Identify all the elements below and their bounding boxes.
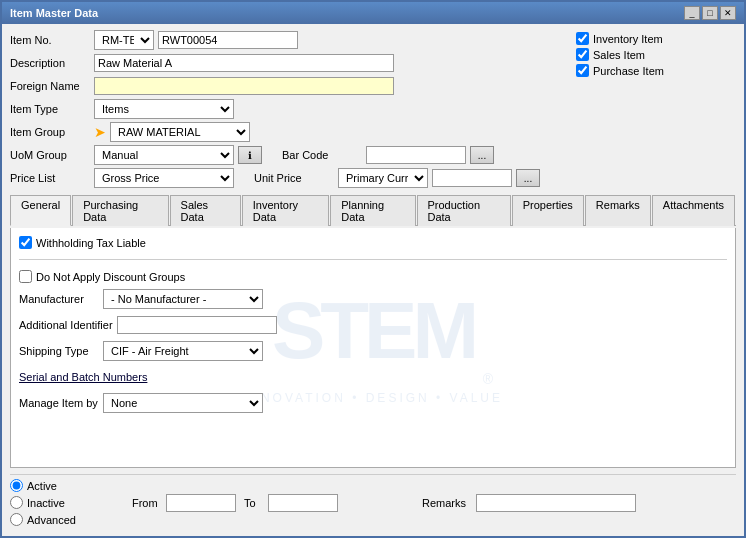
tab-content: STEM ® INNOVATION • DESIGN • VALUE Withh… xyxy=(10,228,736,468)
header-right: Inventory Item Sales Item Purchase Item xyxy=(576,30,736,188)
uom-group-label: UoM Group xyxy=(10,149,90,161)
tab-remarks[interactable]: Remarks xyxy=(585,195,651,226)
remarks-label: Remarks xyxy=(422,497,472,509)
price-list-select[interactable]: Gross Price xyxy=(94,168,234,188)
shipping-type-select[interactable]: CIF - Air Freight xyxy=(103,341,263,361)
status-bar: Active Inactive Advanced From To Remarks xyxy=(10,474,736,530)
unit-price-input[interactable] xyxy=(432,169,512,187)
remarks-input[interactable] xyxy=(476,494,636,512)
inventory-item-label: Inventory Item xyxy=(593,33,663,45)
tab-sales[interactable]: Sales Data xyxy=(170,195,241,226)
title-bar: Item Master Data _ □ ✕ xyxy=(2,2,744,24)
unit-price-label: Unit Price xyxy=(254,172,334,184)
uom-info-button[interactable]: ℹ xyxy=(238,146,262,164)
additional-identifier-input[interactable] xyxy=(117,316,277,334)
active-radio-row: Active xyxy=(10,479,76,492)
tabs-row: General Purchasing Data Sales Data Inven… xyxy=(10,194,736,226)
sales-item-checkbox[interactable] xyxy=(576,48,589,61)
description-row: Description xyxy=(10,53,576,73)
window-controls: _ □ ✕ xyxy=(684,6,736,20)
to-label: To xyxy=(244,497,264,509)
inactive-radio-row: Inactive xyxy=(10,496,76,509)
advanced-label: Advanced xyxy=(27,514,76,526)
content-area: Item No. RM-TB Description Foreign Name xyxy=(2,24,744,536)
tab-properties[interactable]: Properties xyxy=(512,195,584,226)
discount-groups-label: Do Not Apply Discount Groups xyxy=(36,271,185,283)
withholding-tax-checkbox[interactable] xyxy=(19,236,32,249)
price-list-row: Price List Gross Price Unit Price Primar… xyxy=(10,168,576,188)
header-area: Item No. RM-TB Description Foreign Name xyxy=(10,30,736,188)
minimize-button[interactable]: _ xyxy=(684,6,700,20)
advanced-radio-row: Advanced xyxy=(10,513,76,526)
from-row: From To Remarks xyxy=(132,493,636,513)
tab-inventory[interactable]: Inventory Data xyxy=(242,195,329,226)
tab-general[interactable]: General xyxy=(10,195,71,226)
main-window: Item Master Data _ □ ✕ Item No. RM-TB xyxy=(0,0,746,538)
item-group-select[interactable]: RAW MATERIAL xyxy=(110,122,250,142)
discount-groups-row: Do Not Apply Discount Groups xyxy=(19,270,727,283)
tab-purchasing[interactable]: Purchasing Data xyxy=(72,195,168,226)
manage-item-row: Manage Item by None xyxy=(19,393,727,413)
item-no-label: Item No. xyxy=(10,34,90,46)
bar-code-label: Bar Code xyxy=(282,149,362,161)
inactive-radio[interactable] xyxy=(10,496,23,509)
tab-production[interactable]: Production Data xyxy=(417,195,511,226)
purchase-item-checkbox[interactable] xyxy=(576,64,589,77)
foreign-name-input[interactable] xyxy=(94,77,394,95)
manufacturer-label: Manufacturer xyxy=(19,293,99,305)
divider1 xyxy=(19,259,727,260)
close-button[interactable]: ✕ xyxy=(720,6,736,20)
serial-batch-label[interactable]: Serial and Batch Numbers xyxy=(19,371,147,383)
inventory-item-checkbox[interactable] xyxy=(576,32,589,45)
restore-button[interactable]: □ xyxy=(702,6,718,20)
inactive-label: Inactive xyxy=(27,497,65,509)
bar-code-button[interactable]: ... xyxy=(470,146,494,164)
item-no-prefix-select[interactable]: RM-TB xyxy=(94,30,154,50)
description-label: Description xyxy=(10,57,90,69)
bar-code-input[interactable] xyxy=(366,146,466,164)
shipping-type-label: Shipping Type xyxy=(19,345,99,357)
withholding-tax-label: Withholding Tax Liable xyxy=(36,237,146,249)
unit-price-currency-select[interactable]: Primary Curre xyxy=(338,168,428,188)
foreign-name-label: Foreign Name xyxy=(10,80,90,92)
uom-group-select[interactable]: Manual xyxy=(94,145,234,165)
arrow-icon: ➤ xyxy=(94,124,106,140)
from-input[interactable] xyxy=(166,494,236,512)
item-no-input[interactable] xyxy=(158,31,298,49)
active-radio[interactable] xyxy=(10,479,23,492)
to-input[interactable] xyxy=(268,494,338,512)
active-label: Active xyxy=(27,480,57,492)
general-tab-content: Withholding Tax Liable Do Not Apply Disc… xyxy=(19,236,727,413)
item-type-select[interactable]: Items xyxy=(94,99,234,119)
description-input[interactable] xyxy=(94,54,394,72)
foreign-name-row: Foreign Name xyxy=(10,76,576,96)
withholding-tax-row: Withholding Tax Liable xyxy=(19,236,727,249)
advanced-radio[interactable] xyxy=(10,513,23,526)
manage-item-select[interactable]: None xyxy=(103,393,263,413)
manufacturer-select[interactable]: - No Manufacturer - xyxy=(103,289,263,309)
window-title: Item Master Data xyxy=(10,7,98,19)
shipping-type-row: Shipping Type CIF - Air Freight xyxy=(19,341,727,361)
item-type-row: Item Type Items xyxy=(10,99,576,119)
additional-identifier-label: Additional Identifier xyxy=(19,319,113,331)
status-radio-group: Active Inactive Advanced xyxy=(10,479,76,526)
manage-item-label: Manage Item by xyxy=(19,397,99,409)
uom-group-row: UoM Group Manual ℹ Bar Code ... xyxy=(10,145,576,165)
purchase-item-checkbox-row: Purchase Item xyxy=(576,64,736,77)
additional-identifier-row: Additional Identifier xyxy=(19,315,727,335)
tab-attachments[interactable]: Attachments xyxy=(652,195,735,226)
sales-item-checkbox-row: Sales Item xyxy=(576,48,736,61)
unit-price-button[interactable]: ... xyxy=(516,169,540,187)
inventory-item-checkbox-row: Inventory Item xyxy=(576,32,736,45)
tab-planning[interactable]: Planning Data xyxy=(330,195,415,226)
sales-item-label: Sales Item xyxy=(593,49,645,61)
from-label: From xyxy=(132,497,162,509)
serial-batch-row: Serial and Batch Numbers xyxy=(19,367,727,387)
discount-groups-checkbox[interactable] xyxy=(19,270,32,283)
price-list-label: Price List xyxy=(10,172,90,184)
item-no-row: Item No. RM-TB xyxy=(10,30,576,50)
item-group-label: Item Group xyxy=(10,126,90,138)
purchase-item-label: Purchase Item xyxy=(593,65,664,77)
header-left: Item No. RM-TB Description Foreign Name xyxy=(10,30,576,188)
item-group-row: Item Group ➤ RAW MATERIAL xyxy=(10,122,576,142)
